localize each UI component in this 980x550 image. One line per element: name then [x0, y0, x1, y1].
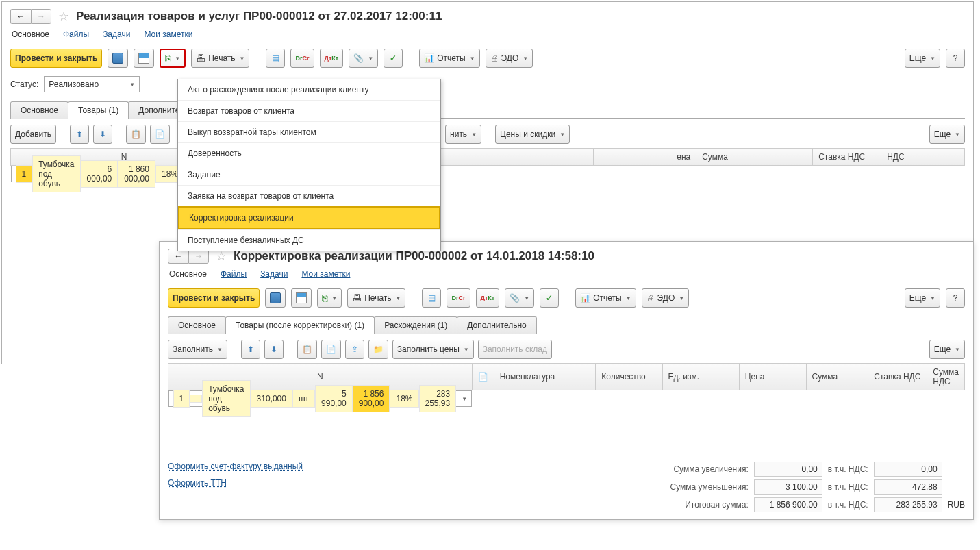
prices-button[interactable]: Цены и скидки▼	[495, 125, 570, 144]
tab-main[interactable]: Основное	[10, 101, 68, 119]
more-button[interactable]: Еще▼	[905, 49, 940, 68]
tab-goods[interactable]: Товары (1)	[68, 101, 129, 119]
subnav-tasks[interactable]: Задачи	[260, 269, 288, 279]
create-based-dropdown: Акт о расхождениях после реализации клие…	[177, 79, 441, 251]
help-button[interactable]: ?	[946, 49, 965, 68]
nav-back-button[interactable]: ←	[10, 9, 31, 24]
move-up-button[interactable]: ⬆	[70, 125, 89, 144]
cell-n: 1	[16, 165, 33, 183]
fill-button[interactable]: Заполнить▼	[168, 340, 227, 359]
post-button[interactable]	[134, 49, 154, 68]
move-down-button[interactable]: ⬇	[264, 340, 284, 359]
check-icon: ✓	[390, 53, 397, 63]
window-title: Реализация товаров и услуг ПР00-000012 о…	[76, 10, 442, 23]
edo-button[interactable]: 🖨ЭДО▼	[486, 49, 533, 68]
paste-row-button[interactable]: 📄	[150, 125, 170, 144]
paste-row-button[interactable]: 📄	[321, 340, 341, 359]
subnav: Основное Файлы Задачи Мои заметки	[12, 29, 965, 39]
status-select[interactable]: Реализовано	[44, 76, 140, 92]
copy-icon: ⎘	[165, 53, 171, 64]
dd-item-task[interactable]: Задание	[178, 164, 440, 185]
table-more-button[interactable]: Еще▼	[929, 340, 965, 359]
drcr-button[interactable]: DrCr	[290, 49, 314, 68]
save-button[interactable]	[108, 49, 128, 68]
copy-icon: ⎘	[322, 292, 327, 303]
folder-button[interactable]: 📁	[368, 340, 388, 359]
fill-partial-button[interactable]: нить▼	[445, 125, 481, 144]
col-price: ена	[594, 149, 696, 166]
favorite-star-icon[interactable]: ☆	[58, 9, 69, 24]
tab-diff[interactable]: Расхождения (1)	[374, 316, 457, 334]
dd-item-correction[interactable]: Корректировка реализации	[178, 206, 440, 229]
doc-button[interactable]: ▤	[422, 288, 441, 308]
move-up-button[interactable]: ⬆	[241, 340, 260, 359]
reports-button[interactable]: 📊Отчеты▼	[575, 288, 636, 308]
col-nom: Номенклатура	[494, 364, 596, 366]
tab-main[interactable]: Основное	[168, 316, 226, 334]
post-close-button[interactable]: Провести и закрыть	[168, 288, 260, 308]
subnav: Основное Файлы Задачи Мои заметки	[169, 269, 965, 279]
approve-button[interactable]: ✓	[384, 49, 403, 68]
subnav-files[interactable]: Файлы	[63, 29, 89, 39]
subnav-notes[interactable]: Мои заметки	[301, 269, 350, 279]
post-button[interactable]	[291, 288, 312, 308]
correction-table: N 📄 Номенклатура Количество Ед. изм. Цен…	[168, 363, 965, 366]
subnav-main[interactable]: Основное	[12, 29, 49, 39]
col-ndssum: Сумма НДС	[927, 364, 965, 366]
drcr-button[interactable]: DrCr	[447, 288, 470, 308]
post-close-button[interactable]: Провести и закрыть	[10, 49, 102, 68]
nav-fwd-button[interactable]: →	[31, 9, 51, 24]
attach-button[interactable]: 📎▼	[349, 49, 378, 68]
approve-button[interactable]: ✓	[540, 288, 559, 308]
copy-row-button[interactable]: 📋	[126, 125, 146, 144]
subnav-main[interactable]: Основное	[169, 269, 207, 279]
attach-button[interactable]: 📎▼	[505, 288, 534, 308]
subnav-notes[interactable]: Мои заметки	[144, 29, 192, 39]
col-n: N	[168, 364, 473, 366]
cell-nom: Тумбочка под обувь	[32, 155, 80, 192]
table-more-button[interactable]: Еще▼	[929, 125, 965, 144]
tab-additional[interactable]: Дополнительно	[457, 316, 536, 334]
chart-icon: 📊	[424, 53, 434, 63]
edo-icon: 🖨	[490, 53, 499, 63]
tab-goods-after[interactable]: Товары (после корректировки) (1)	[225, 316, 375, 334]
goods-table: N Номенклатура ена Сумма Ставка НДС НДС …	[10, 148, 965, 182]
col-rate: Ставка НДС	[813, 149, 881, 166]
fill-prices-button[interactable]: Заполнить цены▼	[392, 340, 474, 359]
status-label: Статус:	[10, 79, 38, 89]
dtkt-button[interactable]: ДтКт	[476, 288, 500, 308]
dd-item-return-req[interactable]: Заявка на возврат товаров от клиента	[178, 185, 440, 206]
post-icon	[296, 292, 307, 303]
more-button[interactable]: Еще▼	[905, 288, 940, 308]
col-qty: Количество	[596, 364, 662, 366]
dd-item-buyout[interactable]: Выкуп возвратной тары клиентом	[178, 121, 440, 142]
col-price: Цена	[739, 364, 806, 366]
create-based-button[interactable]: ⎘▼	[160, 49, 186, 68]
share-button[interactable]: ⇪	[345, 340, 364, 359]
save-icon	[270, 292, 281, 303]
printer-icon: 🖶	[196, 53, 205, 64]
move-down-button[interactable]: ⬇	[93, 125, 112, 144]
edo-button[interactable]: 🖨ЭДО▼	[642, 288, 690, 308]
subnav-tasks[interactable]: Задачи	[103, 29, 130, 39]
dd-item-return[interactable]: Возврат товаров от клиента	[178, 100, 440, 121]
col-unit: Ед. изм.	[662, 364, 739, 366]
doc-button[interactable]: ▤	[266, 49, 285, 68]
create-based-button[interactable]: ⎘▼	[317, 288, 342, 308]
print-button[interactable]: 🖶Печать▼	[191, 49, 249, 68]
print-button[interactable]: 🖶Печать▼	[347, 288, 405, 308]
add-row-button[interactable]: Добавить	[10, 125, 56, 144]
printer-icon: 🖶	[352, 292, 362, 303]
dd-item-act[interactable]: Акт о расхождениях после реализации клие…	[178, 79, 440, 100]
dd-item-cashless[interactable]: Поступление безналичных ДС	[178, 229, 440, 251]
copy-row-button[interactable]: 📋	[297, 340, 317, 359]
save-button[interactable]	[265, 288, 286, 308]
fill-warehouse-button[interactable]: Заполнить склад	[478, 340, 552, 359]
col-rate: Ставка НДС	[868, 364, 927, 366]
dd-item-proxy[interactable]: Доверенность	[178, 142, 440, 164]
help-button[interactable]: ?	[946, 288, 965, 308]
subnav-files[interactable]: Файлы	[221, 269, 247, 279]
reports-button[interactable]: 📊Отчеты▼	[419, 49, 479, 68]
dtkt-button[interactable]: ДтКт	[320, 49, 344, 68]
cell-price: 6 000,00	[81, 160, 118, 188]
